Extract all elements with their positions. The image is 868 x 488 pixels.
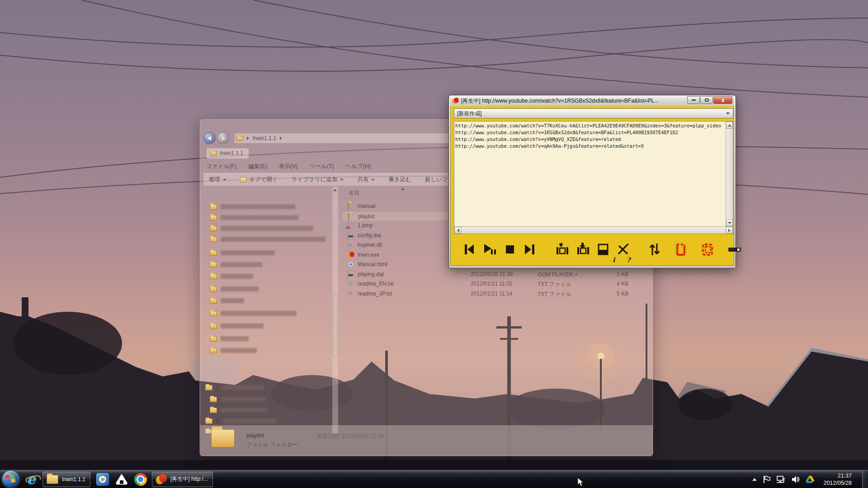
previous-track-button[interactable]	[462, 243, 476, 256]
scroll-down-icon	[728, 222, 731, 224]
clock-date: 2012/05/28	[823, 479, 852, 487]
sidebar-item-redacted[interactable]	[210, 272, 253, 280]
sidebar-item-redacted[interactable]	[210, 261, 262, 268]
menu-help[interactable]: ヘルプ(H)	[346, 163, 371, 170]
save-playlist-button[interactable]	[596, 243, 610, 256]
url-item[interactable]: http://www.youtube.com/watch?v=1RSGBxS2d…	[455, 129, 724, 136]
sidebar-item-redacted[interactable]	[210, 406, 268, 414]
minimize-button[interactable]	[687, 96, 700, 104]
folder-tree-sidebar[interactable]: I K ortlinde	[203, 187, 339, 433]
help-label[interactable]: ?	[627, 256, 630, 263]
internet-explorer-icon[interactable]: e	[24, 473, 38, 486]
url-item[interactable]: http://www.youtube.com/watch?v=qAn9Aa-Pj…	[455, 143, 724, 150]
volume-icon[interactable]	[791, 475, 800, 483]
open-in-tab-icon	[240, 177, 246, 183]
burn-button[interactable]: 書き込む	[388, 176, 411, 183]
chevron-right-icon	[247, 136, 249, 140]
action-center-flag-icon[interactable]	[763, 475, 770, 483]
sidebar-item-redacted[interactable]	[210, 347, 257, 354]
folder-icon	[210, 336, 217, 342]
folder-icon	[210, 324, 217, 329]
onigiri-app-icon[interactable]	[115, 473, 128, 486]
network-icon[interactable]	[776, 475, 785, 483]
sidebar-item-redacted[interactable]	[210, 310, 297, 317]
sidebar-item-redacted[interactable]	[210, 249, 275, 257]
back-arrow-icon	[208, 136, 211, 141]
sidebar-item-redacted[interactable]	[210, 395, 266, 403]
vertical-scrollbar[interactable]	[726, 122, 733, 226]
windows-media-player-icon[interactable]	[96, 473, 109, 486]
menu-view[interactable]: 表示(V)	[279, 163, 298, 170]
stop-button[interactable]	[503, 243, 517, 256]
column-name[interactable]: 名前	[349, 189, 359, 197]
dll-file-icon	[348, 241, 349, 249]
play-pause-button[interactable]	[482, 243, 497, 256]
sidebar-item-redacted[interactable]	[210, 285, 259, 293]
horizontal-scrollbar[interactable]	[454, 226, 733, 234]
irwin-player-window[interactable]: [再生中] http://www.youtube.com/watch?v=1RS…	[448, 95, 736, 268]
playlist-dropdown[interactable]: [新規作成]	[454, 108, 733, 118]
chevron-down-icon	[371, 179, 375, 181]
sort-ascending-icon	[401, 188, 405, 190]
open-in-tab-button[interactable]: タブで開く	[240, 176, 278, 183]
chrome-icon[interactable]	[134, 473, 147, 486]
system-tray: 21:37 2012/05/28	[752, 470, 868, 488]
url-item[interactable]: http://www.youtube.com/watch?v=T7KoXCeu-…	[455, 122, 724, 129]
delete-item-button[interactable]	[616, 243, 630, 256]
volume-slider[interactable]	[727, 243, 743, 256]
menu-tools[interactable]: ツール(T)	[309, 163, 334, 170]
sidebar-item-redacted[interactable]	[210, 335, 249, 343]
scroll-down-button[interactable]	[726, 219, 733, 226]
next-track-button[interactable]	[523, 243, 537, 256]
scroll-right-button[interactable]	[726, 227, 733, 234]
sidebar-item-redacted[interactable]	[210, 225, 313, 232]
insert-item-button[interactable]	[555, 243, 569, 256]
start-button[interactable]	[2, 471, 19, 488]
menu-edit[interactable]: 編集(E)	[248, 163, 267, 170]
sidebar-scrollbar-thumb[interactable]	[333, 294, 338, 357]
sidebar-item-partial-k[interactable]: K	[205, 417, 277, 425]
organize-button[interactable]: 整理	[209, 176, 226, 183]
info-label[interactable]: i	[613, 256, 615, 263]
breadcrumb-folder[interactable]: Irwin1.1.1	[253, 135, 276, 141]
chevron-down-icon	[223, 179, 226, 181]
sidebar-item-partial-i[interactable]: I	[205, 384, 264, 391]
repeat-all-button[interactable]	[700, 242, 715, 257]
google-drive-icon[interactable]	[806, 475, 815, 483]
taskbar-task-player[interactable]: [再生中] http:/...	[152, 472, 213, 487]
sidebar-scrollbar[interactable]	[332, 187, 338, 433]
repeat-one-button[interactable]	[674, 242, 688, 257]
add-to-library-button[interactable]: ライブラリに追加	[292, 176, 344, 183]
folder-icon	[210, 151, 217, 156]
share-button[interactable]: 共有	[357, 176, 375, 183]
url-item[interactable]: http://www.youtube.com/watch?v=yVNMgVQ_X…	[455, 136, 724, 143]
sort-updown-button[interactable]	[648, 242, 661, 257]
sidebar-item-redacted[interactable]	[210, 297, 244, 305]
close-button[interactable]: x	[713, 96, 732, 104]
append-item-button[interactable]	[576, 243, 590, 256]
maximize-button[interactable]	[700, 96, 713, 104]
player-title-bar[interactable]: [再生中] http://www.youtube.com/watch?v=1RS…	[450, 96, 734, 106]
sidebar-item-redacted[interactable]	[210, 214, 298, 221]
tab-irwin111[interactable]: Irwin1.1.1	[206, 148, 249, 159]
menu-file[interactable]: ファイル(F)	[206, 163, 236, 170]
folder-icon	[210, 226, 217, 231]
scroll-left-button[interactable]	[454, 227, 462, 234]
url-listbox[interactable]: http://www.youtube.com/watch?v=T7KoXCeu-…	[454, 121, 733, 234]
file-row[interactable]: readme_EN.txt2012/01/21 11:02TXT ファイル4 K…	[342, 279, 635, 289]
file-row[interactable]: playing.dat2012/05/28 21:36GOM PLAYERメ..…	[342, 270, 635, 280]
sidebar-item-redacted[interactable]	[210, 203, 295, 211]
file-row[interactable]: readme_JP.txt2012/01/21 11:14TXT ファイル5 K…	[342, 289, 635, 299]
chevron-down-icon	[340, 179, 344, 181]
hidden-icons-chevron[interactable]	[752, 478, 757, 481]
forward-button[interactable]	[217, 132, 229, 144]
tab-row: Irwin1.1.1	[206, 148, 249, 159]
scroll-up-button[interactable]	[726, 122, 733, 129]
sidebar-item-redacted[interactable]	[210, 235, 326, 243]
show-desktop-button[interactable]	[862, 470, 868, 488]
back-button[interactable]	[203, 132, 216, 144]
taskbar-clock[interactable]: 21:37 2012/05/28	[823, 472, 852, 487]
sidebar-item-redacted[interactable]	[210, 322, 264, 330]
folder-icon	[210, 274, 217, 279]
taskbar-task-explorer[interactable]: Irwin1.1.1	[42, 472, 90, 487]
